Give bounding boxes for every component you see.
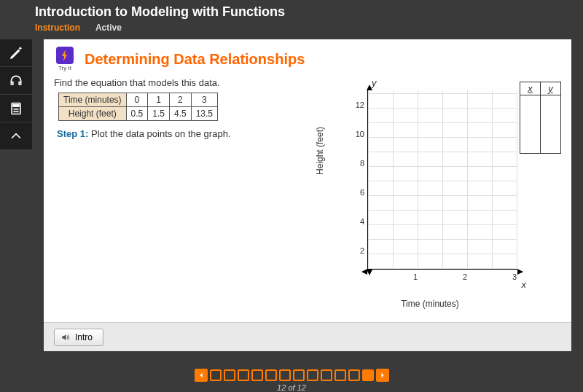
pager-next-button[interactable] [376,369,389,382]
svg-point-7 [17,111,19,112]
data-table: Time (minutes) 0 1 2 3 Height (feet) 0.5… [58,93,218,121]
svg-point-4 [17,109,19,110]
svg-point-2 [14,109,15,110]
svg-point-5 [14,111,15,112]
lesson-content: Try It Determining Data Relationships Fi… [44,39,571,341]
row-label-time: Time (minutes) [59,93,127,107]
page-1[interactable] [210,369,222,381]
chevron-up-icon [9,129,23,144]
footer-strip: Intro [44,322,571,351]
tab-instruction[interactable]: Instruction [35,23,80,33]
pager-label: 12 of 12 [0,383,583,392]
x-axis-label: Time (minutes) [335,299,525,309]
page-12[interactable] [362,369,374,381]
page-3[interactable] [238,369,249,381]
pager: 12 of 12 [0,366,583,392]
y-axis-label: Height (feet) [315,127,325,175]
speaker-icon [60,332,71,342]
plot-grid[interactable] [367,90,517,270]
page-11[interactable] [348,369,360,381]
page-7[interactable] [293,369,305,381]
page-5[interactable] [265,369,277,381]
page-8[interactable] [307,369,318,381]
page-9[interactable] [321,369,332,381]
audio-tool[interactable] [0,67,32,95]
page-title: Introduction to Modeling with Functions [35,4,583,20]
svg-point-6 [15,111,17,112]
section-title: Determining Data Relationships [85,51,305,68]
pencil-icon [9,46,23,60]
lightning-icon [60,50,69,61]
pencil-tool[interactable] [0,39,32,67]
try-it-label: Try It [58,65,71,71]
headphones-icon [9,74,23,88]
graph-area[interactable]: y x Height (feet) 12 10 8 6 4 2 1 2 3 Ti… [335,80,525,306]
row-label-height: Height (feet) [59,107,127,121]
xy-table-y-header: y [541,82,561,95]
page-10[interactable] [334,369,346,381]
page-4[interactable] [251,369,263,381]
svg-point-3 [15,109,17,110]
tab-active[interactable]: Active [95,23,122,33]
chevron-left-icon [198,372,204,378]
collapse-tool[interactable] [0,122,32,150]
x-axis-symbol: x [522,279,527,290]
xy-table-x-header: x [520,82,541,95]
chevron-right-icon [380,372,386,378]
pager-prev-button[interactable] [195,369,208,382]
page-6[interactable] [279,369,291,381]
xy-input-table[interactable]: x y [520,82,561,154]
intro-button[interactable]: Intro [54,329,103,346]
svg-rect-1 [13,104,19,106]
page-2[interactable] [224,369,235,381]
try-it-badge: Try It [54,47,76,71]
calculator-icon [9,101,23,116]
calculator-tool[interactable] [0,95,32,122]
